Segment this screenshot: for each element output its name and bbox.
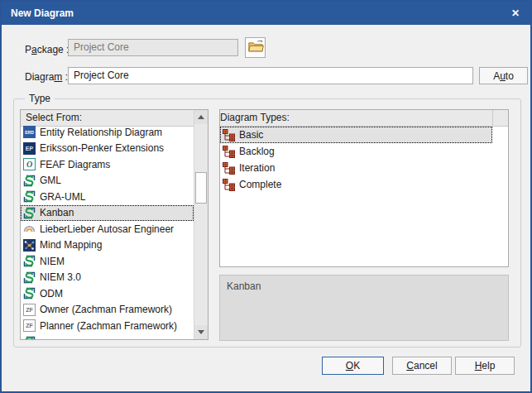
description-panel: Kanban bbox=[219, 275, 509, 341]
list-item[interactable]: GRA-UML bbox=[21, 189, 194, 205]
list-item[interactable] bbox=[21, 334, 194, 340]
list-item-label: GML bbox=[40, 175, 61, 186]
new-diagram-dialog: New Diagram ✕ Package : Project Core Dia… bbox=[0, 0, 532, 393]
feaf-icon: O bbox=[23, 158, 36, 170]
arc-icon bbox=[23, 223, 36, 235]
list-item[interactable]: O FEAF Diagrams bbox=[21, 156, 194, 173]
cancel-button[interactable]: Cancel bbox=[392, 357, 452, 375]
scroll-up-button[interactable] bbox=[194, 110, 208, 124]
ok-button[interactable]: OK bbox=[322, 357, 384, 375]
vertical-scrollbar[interactable] bbox=[194, 110, 208, 339]
mdg-icon bbox=[23, 207, 36, 219]
list-item[interactable]: ZF Owner (Zachman Framework) bbox=[21, 302, 194, 319]
erd-icon: ERD bbox=[23, 126, 36, 138]
package-field: Project Core bbox=[68, 39, 238, 56]
mdg-icon bbox=[23, 287, 36, 300]
auto-button[interactable]: Auto bbox=[479, 67, 528, 84]
list-item-label: Backlog bbox=[239, 146, 275, 157]
ktree-icon bbox=[223, 162, 235, 175]
triangle-down-icon bbox=[198, 330, 204, 334]
package-label: Package : bbox=[25, 44, 69, 55]
diagram-types-list[interactable]: Diagram Types: Basic Backlog Iteration C… bbox=[219, 109, 509, 267]
zf-icon: ZF bbox=[23, 319, 36, 332]
list-item-label: Kanban bbox=[40, 207, 74, 218]
browse-package-button[interactable] bbox=[245, 37, 266, 58]
list-item[interactable]: Backlog bbox=[220, 143, 508, 160]
titlebar[interactable]: New Diagram ✕ bbox=[2, 2, 530, 25]
mdg-icon bbox=[23, 190, 36, 203]
list-item[interactable]: Iteration bbox=[220, 160, 508, 176]
type-group-label: Type bbox=[25, 93, 55, 104]
list-item-label: Planner (Zachman Framework) bbox=[40, 320, 177, 332]
list-item-label: LieberLieber Autosar Engineer bbox=[40, 223, 174, 235]
dialog-title: New Diagram bbox=[11, 7, 74, 19]
diagram-types-header-column: Diagram Types: bbox=[220, 110, 493, 127]
list-item[interactable]: ZF Planner (Zachman Framework) bbox=[21, 318, 194, 334]
list-item-label: Iteration bbox=[239, 162, 275, 174]
list-item[interactable]: ODM bbox=[21, 285, 194, 302]
list-item-label: GRA-UML bbox=[40, 191, 85, 203]
mdg-icon bbox=[23, 175, 36, 187]
diagram-types-items: Basic Backlog Iteration Complete bbox=[220, 127, 508, 266]
folder-icon bbox=[247, 39, 264, 56]
list-item-label: Eriksson-Penker Extensions bbox=[40, 142, 164, 154]
close-icon[interactable]: ✕ bbox=[504, 2, 527, 25]
list-item[interactable]: Mind Mapping bbox=[21, 237, 194, 254]
diagram-name-input[interactable]: Project Core bbox=[68, 67, 473, 84]
list-item[interactable]: Kanban bbox=[21, 205, 194, 222]
list-item-label: ODM bbox=[40, 288, 63, 300]
diagram-label: Diagram : bbox=[25, 71, 68, 83]
ktree-icon bbox=[223, 146, 235, 158]
list-item-label: Entity Relationship Diagram bbox=[40, 127, 162, 138]
diagram-types-header: Diagram Types: bbox=[220, 110, 508, 127]
list-item[interactable]: NIEM 3.0 bbox=[21, 270, 194, 286]
list-item[interactable]: EP Eriksson-Penker Extensions bbox=[21, 141, 194, 157]
list-item[interactable]: LieberLieber Autosar Engineer bbox=[21, 221, 194, 237]
ep-icon: EP bbox=[23, 142, 36, 155]
mdg-icon bbox=[23, 255, 36, 267]
triangle-up-icon bbox=[198, 115, 204, 119]
list-item[interactable]: Basic bbox=[220, 127, 492, 143]
list-item-label: Complete bbox=[239, 179, 281, 190]
ktree-icon bbox=[223, 179, 235, 191]
list-item[interactable]: NIEM bbox=[21, 253, 194, 270]
select-from-items: ERD Entity Relationship Diagram EP Eriks… bbox=[21, 124, 194, 339]
list-item-label: Mind Mapping bbox=[40, 239, 102, 251]
ktree-icon bbox=[223, 129, 235, 141]
list-item[interactable]: ERD Entity Relationship Diagram bbox=[21, 124, 194, 141]
scrollbar-thumb[interactable] bbox=[195, 172, 207, 204]
mindmap-icon bbox=[23, 239, 36, 252]
list-item-label: NIEM 3.0 bbox=[40, 271, 81, 283]
list-item-label: NIEM bbox=[40, 256, 65, 267]
mdg-icon bbox=[23, 271, 36, 284]
zf-icon: ZF bbox=[23, 304, 36, 316]
scroll-down-button[interactable] bbox=[194, 325, 208, 339]
mdg-icon bbox=[23, 336, 36, 339]
list-item[interactable]: GML bbox=[21, 173, 194, 189]
help-button[interactable]: Help bbox=[455, 357, 515, 375]
list-item-label: FEAF Diagrams bbox=[40, 159, 110, 170]
list-item-label: Owner (Zachman Framework) bbox=[40, 304, 172, 315]
list-item[interactable]: Complete bbox=[220, 176, 508, 193]
list-item-label: Basic bbox=[239, 129, 263, 141]
select-from-list[interactable]: Select From: ERD Entity Relationship Dia… bbox=[20, 109, 208, 340]
